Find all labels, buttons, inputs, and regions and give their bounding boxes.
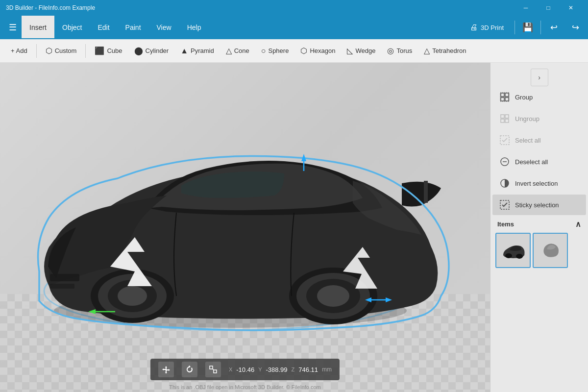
svg-rect-31 <box>505 115 509 118</box>
window-title: 3D Builder - FileInfo.com Example <box>6 4 514 11</box>
window-controls: ─ □ ✕ <box>514 0 582 16</box>
canvas-area[interactable]: X -10.46 Y -388.99 Z 746.11 mm This is a… <box>0 63 490 392</box>
items-header: Items ∧ <box>490 216 588 231</box>
svg-rect-33 <box>505 119 509 122</box>
main-area: X -10.46 Y -388.99 Z 746.11 mm This is a… <box>0 63 588 392</box>
item-thumb-svg-1 <box>501 238 525 263</box>
svg-point-8 <box>118 286 147 306</box>
wedge-button[interactable]: ◺ Wedge <box>342 44 380 57</box>
hamburger-menu-button[interactable]: ☰ <box>4 19 22 36</box>
move-icon <box>162 366 170 373</box>
cylinder-icon: ⬤ <box>134 46 143 55</box>
ungroup-button[interactable]: Ungroup <box>492 108 586 129</box>
panel-collapse-button[interactable]: › <box>531 69 548 86</box>
svg-rect-25 <box>501 93 504 97</box>
rotate-tool-button[interactable] <box>182 362 197 377</box>
svg-rect-23 <box>214 370 217 373</box>
titlebar: 3D Builder - FileInfo.com Example ─ □ ✕ <box>0 0 588 16</box>
toolbar-divider1 <box>36 44 37 58</box>
menubar-right: 🖨 3D Print 💾 ↩ ↪ <box>463 19 584 36</box>
svg-rect-29 <box>500 93 509 101</box>
print-icon: 🖨 <box>470 23 478 32</box>
item-thumb-svg-2 <box>538 238 563 263</box>
sphere-button[interactable]: ○ Sphere <box>256 45 294 57</box>
sphere-icon: ○ <box>261 47 266 55</box>
group-icon <box>499 92 510 102</box>
deselect-all-icon <box>499 156 510 167</box>
save-button[interactable]: 💾 <box>519 19 537 36</box>
rotate-icon <box>186 366 194 373</box>
svg-rect-2 <box>50 274 79 281</box>
3d-print-button[interactable]: 🖨 3D Print <box>463 20 511 35</box>
svg-point-39 <box>505 253 512 258</box>
invert-selection-button[interactable]: Invert selection <box>492 173 586 194</box>
item-thumbnail-1[interactable] <box>495 233 531 268</box>
wedge-icon: ◺ <box>347 46 353 55</box>
cube-icon: ⬛ <box>95 46 104 55</box>
custom-icon: ⬡ <box>46 46 52 55</box>
tetrahedron-button[interactable]: △ Tetrahedron <box>419 44 471 57</box>
hexagon-icon: ⬡ <box>300 46 307 55</box>
close-button[interactable]: ✕ <box>560 0 582 16</box>
cone-button[interactable]: △ Cone <box>221 44 254 57</box>
cube-button[interactable]: ⬛ Cube <box>90 44 127 57</box>
torus-icon: ◎ <box>387 46 394 55</box>
pyramid-icon: ▲ <box>180 47 188 55</box>
menu-tab-help[interactable]: Help <box>179 16 209 39</box>
svg-rect-28 <box>505 98 509 101</box>
ungroup-icon <box>499 113 510 124</box>
svg-point-12 <box>317 285 349 307</box>
toolbar-divider2 <box>85 44 86 58</box>
undo-icon: ↩ <box>550 22 558 33</box>
menu-tab-paint[interactable]: Paint <box>118 16 149 39</box>
menu-tab-insert[interactable]: Insert <box>22 16 54 39</box>
undo-button[interactable]: ↩ <box>545 19 563 36</box>
toolbar: + Add ⬡ Custom ⬛ Cube ⬤ Cylinder ▲ Pyram… <box>0 39 588 63</box>
svg-rect-27 <box>501 98 504 101</box>
menubar: ☰ Insert Object Edit Paint View Help 🖨 3… <box>0 16 588 39</box>
items-grid <box>490 231 588 270</box>
deselect-all-button[interactable]: Deselect all <box>492 151 586 172</box>
redo-icon: ↪ <box>572 22 579 33</box>
group-button[interactable]: Group <box>492 87 586 107</box>
add-button[interactable]: + Add <box>6 45 32 56</box>
menu-tab-view[interactable]: View <box>149 16 179 39</box>
scale-tool-button[interactable] <box>205 362 221 377</box>
minimize-button[interactable]: ─ <box>514 0 537 16</box>
move-tool-button[interactable] <box>158 362 174 377</box>
menubar-divider <box>514 21 515 34</box>
svg-rect-30 <box>501 115 504 118</box>
sticky-selection-button[interactable]: Sticky selection <box>492 195 586 215</box>
redo-button[interactable]: ↪ <box>566 19 584 36</box>
svg-rect-32 <box>501 119 504 122</box>
pyramid-button[interactable]: ▲ Pyramid <box>175 45 219 57</box>
scale-icon <box>209 366 217 373</box>
svg-rect-4 <box>424 181 428 203</box>
invert-selection-icon <box>499 178 510 189</box>
menu-tab-edit[interactable]: Edit <box>90 16 117 39</box>
sticky-selection-icon <box>499 199 510 210</box>
car-svg <box>10 100 451 355</box>
hexagon-button[interactable]: ⬡ Hexagon <box>295 44 340 57</box>
select-all-button[interactable]: Select all <box>492 130 586 150</box>
item-thumbnail-2[interactable] <box>533 233 568 268</box>
cylinder-button[interactable]: ⬤ Cylinder <box>129 44 174 57</box>
cone-icon: △ <box>226 46 232 55</box>
custom-button[interactable]: ⬡ Custom <box>41 44 82 57</box>
3d-model-view <box>10 100 451 355</box>
bottom-status-text: This is an .OBJ file open in Microsoft 3… <box>0 384 490 390</box>
menu-tab-object[interactable]: Object <box>54 16 90 39</box>
menubar-divider2 <box>540 21 541 34</box>
torus-button[interactable]: ◎ Torus <box>382 44 417 57</box>
right-panel: › Group <box>490 63 588 392</box>
svg-point-40 <box>516 254 523 259</box>
svg-rect-22 <box>210 366 213 369</box>
statusbar: X -10.46 Y -388.99 Z 746.11 mm <box>150 359 340 380</box>
svg-rect-26 <box>505 93 509 97</box>
items-collapse-icon[interactable]: ∧ <box>575 220 581 229</box>
select-all-icon <box>499 135 510 146</box>
coord-display: X -10.46 Y -388.99 Z 746.11 mm <box>229 366 332 373</box>
save-icon: 💾 <box>522 22 533 33</box>
maximize-button[interactable]: □ <box>537 0 560 16</box>
svg-rect-3 <box>50 284 74 289</box>
